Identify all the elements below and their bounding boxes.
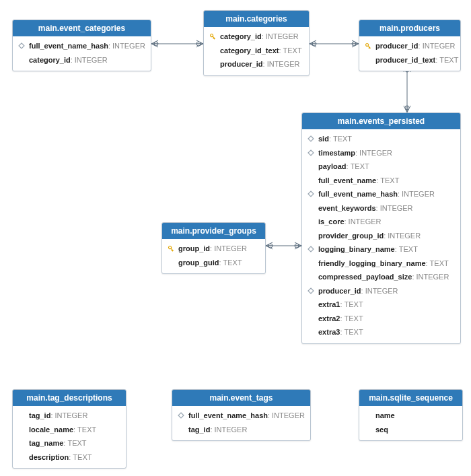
blank-icon	[363, 55, 373, 65]
entity-title: main.producers	[359, 20, 460, 36]
blank-icon	[17, 55, 26, 65]
blank-icon	[306, 217, 316, 226]
field-row: extra3: TEXT	[302, 325, 460, 339]
field-name: provider_group_id	[318, 230, 384, 242]
entity-title: main.events_persisted	[302, 113, 460, 129]
field-row: full_event_name_hash: INTEGER	[13, 39, 151, 53]
field-type: INTEGER	[266, 31, 299, 42]
diamond-icon	[176, 411, 186, 420]
field-type: TEXT	[380, 175, 399, 186]
entity-title: main.provider_groups	[162, 223, 265, 239]
field-row: tag_name: TEXT	[13, 436, 126, 450]
entity-provider-groups[interactable]: main.provider_groups group_id: INTEGERgr…	[161, 222, 266, 274]
svg-line-15	[214, 38, 215, 39]
field-row: description: TEXT	[13, 450, 126, 465]
field-row: category_id: INTEGER	[204, 30, 309, 44]
blank-icon	[306, 259, 316, 268]
entity-title: main.event_tags	[172, 390, 310, 406]
field-type: INTEGER	[214, 243, 247, 254]
field-row: category_id: INTEGER	[13, 53, 151, 67]
entity-fields: sid: TEXTtimestamp: INTEGERpayload: TEXT…	[302, 129, 460, 343]
field-name: full_event_name_hash	[29, 40, 108, 52]
key-icon	[363, 41, 373, 50]
field-row: name	[359, 409, 462, 423]
field-name: extra3	[318, 327, 340, 338]
diamond-icon	[306, 189, 316, 199]
blank-icon	[17, 425, 26, 434]
entity-title: main.sqlite_sequence	[359, 390, 462, 406]
field-type: TEXT	[430, 258, 449, 269]
field-type: TEXT	[77, 424, 96, 436]
field-name: payload	[318, 161, 347, 172]
field-name: tag_id	[188, 424, 210, 436]
diamond-icon	[306, 286, 316, 296]
field-row: category_id_text: TEXT	[204, 44, 309, 58]
field-name: extra1	[318, 299, 340, 310]
field-row: seq	[359, 423, 462, 437]
svg-line-14	[213, 38, 214, 38]
field-type: INTEGER	[380, 203, 413, 214]
blank-icon	[208, 59, 217, 69]
field-name: tag_name	[29, 438, 63, 449]
field-name: description	[29, 452, 69, 463]
blank-icon	[363, 411, 373, 420]
field-name: tag_id	[29, 410, 50, 421]
field-type: INTEGER	[423, 40, 456, 52]
field-name: full_event_name_hash	[188, 410, 268, 421]
field-name: producer_id_text	[375, 55, 435, 66]
entity-event-tags[interactable]: main.event_tags full_event_name_hash: IN…	[172, 389, 311, 441]
field-type: INTEGER	[349, 216, 382, 228]
entity-fields: tag_id: INTEGERlocale_name: TEXTtag_name…	[13, 406, 126, 468]
field-name: locale_name	[29, 424, 73, 436]
svg-point-2	[196, 42, 201, 46]
field-name: timestamp	[318, 147, 355, 159]
field-row: producer_id: INTEGER	[204, 57, 309, 71]
field-row: timestamp: INTEGER	[302, 146, 460, 160]
svg-point-10	[268, 244, 273, 248]
diamond-icon	[306, 148, 316, 158]
key-icon	[208, 32, 217, 41]
field-row: full_event_name: TEXT	[302, 174, 460, 188]
blank-icon	[306, 300, 316, 309]
field-row: locale_name: TEXT	[13, 423, 126, 437]
field-name: name	[375, 410, 395, 421]
entity-title: main.categories	[204, 11, 309, 27]
blank-icon	[306, 272, 316, 281]
field-row: full_event_name_hash: INTEGER	[172, 409, 310, 423]
entity-producers[interactable]: main.producers producer_id: INTEGERprodu…	[359, 20, 461, 71]
entity-tag-descriptions[interactable]: main.tag_descriptions tag_id: INTEGERloc…	[12, 389, 126, 469]
field-name: full_event_name	[318, 175, 376, 186]
field-type: INTEGER	[272, 410, 305, 421]
field-type: TEXT	[283, 45, 302, 57]
field-type: TEXT	[223, 257, 242, 269]
entity-fields: producer_id: INTEGERproducer_id_text: TE…	[359, 36, 460, 71]
blank-icon	[17, 411, 26, 420]
field-name: event_keywords	[318, 203, 376, 214]
svg-line-22	[172, 250, 172, 250]
field-type: TEXT	[351, 161, 369, 172]
field-row: tag_id: INTEGER	[13, 409, 126, 423]
field-row: sid: TEXT	[302, 132, 460, 146]
field-row: provider_group_id: INTEGER	[302, 229, 460, 243]
field-type: INTEGER	[214, 424, 247, 436]
field-type: INTEGER	[416, 271, 449, 283]
entity-event-categories[interactable]: main.event_categories full_event_name_ha…	[12, 20, 151, 71]
entity-sqlite-sequence[interactable]: main.sqlite_sequence nameseq	[359, 389, 463, 441]
field-type: TEXT	[344, 327, 363, 338]
field-name: compressed_payload_size	[318, 271, 412, 283]
svg-point-1	[154, 42, 158, 46]
field-type: INTEGER	[112, 40, 145, 52]
field-row: logging_binary_name: TEXT	[302, 242, 460, 257]
entity-categories[interactable]: main.categories category_id: INTEGERcate…	[203, 10, 310, 76]
field-row: is_core: INTEGER	[302, 215, 460, 229]
entity-events-persisted[interactable]: main.events_persisted sid: TEXTtimestamp…	[301, 112, 461, 344]
field-type: INTEGER	[75, 55, 108, 66]
svg-line-18	[369, 47, 369, 48]
field-row: event_keywords: INTEGER	[302, 201, 460, 215]
entity-fields: group_id: INTEGERgroup_guid: TEXT	[162, 239, 265, 273]
field-type: TEXT	[344, 313, 363, 325]
diamond-icon	[306, 244, 316, 254]
field-row: compressed_payload_size: INTEGER	[302, 270, 460, 284]
blank-icon	[17, 438, 26, 448]
svg-line-19	[369, 48, 370, 48]
